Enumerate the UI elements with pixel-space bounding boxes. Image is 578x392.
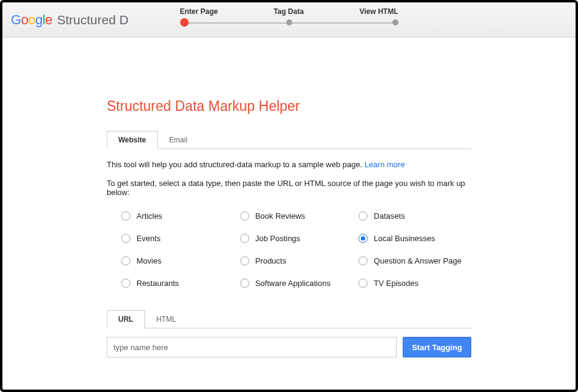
data-type-option[interactable]: Question & Answer Page	[358, 256, 471, 265]
start-tagging-button[interactable]: Start Tagging	[403, 337, 471, 357]
step-track	[180, 18, 398, 28]
data-type-option[interactable]: Software Applications	[240, 279, 353, 288]
data-type-option[interactable]: Restaurants	[121, 279, 234, 288]
logo-letter: g	[35, 12, 42, 27]
radio-icon[interactable]	[121, 211, 130, 221]
data-type-option[interactable]: Events	[121, 234, 234, 243]
google-logo: Google	[11, 12, 52, 28]
radio-icon[interactable]	[240, 256, 249, 265]
option-label: Events	[136, 234, 161, 243]
option-label: Datasets	[374, 211, 405, 221]
data-type-option[interactable]: Local Businesses	[358, 234, 471, 243]
option-label: Question & Answer Page	[374, 256, 462, 265]
intro-text-2: To get started, select a data type, then…	[107, 179, 471, 197]
page-title: Structured Data Markup Helper	[107, 98, 471, 115]
option-label: Movies	[136, 256, 161, 265]
primary-tabs: Website Email	[107, 130, 471, 149]
data-type-option[interactable]: Movies	[121, 256, 234, 265]
intro-text-1: This tool will help you add structured-d…	[107, 160, 471, 169]
radio-icon[interactable]	[240, 234, 249, 243]
step-label-tag-data: Tag Data	[274, 7, 304, 16]
logo-letter: e	[45, 12, 52, 27]
option-label: Restaurants	[136, 279, 179, 288]
step-label-enter-page: Enter Page	[180, 7, 218, 16]
data-type-option[interactable]: Products	[240, 256, 353, 265]
logo-letter: o	[21, 12, 29, 27]
radio-icon[interactable]	[358, 211, 368, 221]
secondary-tabs: URL HTML	[107, 310, 471, 328]
top-bar: Google Structured D Enter Page Tag Data …	[2, 2, 576, 38]
radio-icon[interactable]	[121, 256, 130, 265]
option-label: Articles	[136, 211, 163, 221]
logo-letter: o	[28, 12, 35, 27]
data-type-option[interactable]: Job Postings	[240, 234, 353, 243]
logo-letter: G	[11, 12, 21, 27]
radio-icon[interactable]	[358, 256, 368, 265]
radio-icon[interactable]	[121, 234, 130, 243]
main-content: Structured Data Markup Helper Website Em…	[2, 38, 576, 357]
product-name: Structured D	[57, 13, 129, 27]
url-input[interactable]	[107, 337, 397, 357]
option-label: Products	[255, 256, 286, 265]
input-row: Start Tagging	[107, 337, 471, 357]
option-label: Software Applications	[255, 279, 331, 288]
radio-icon[interactable]	[358, 234, 368, 243]
radio-icon[interactable]	[240, 211, 249, 221]
data-type-options: ArticlesBook ReviewsDatasetsEventsJob Po…	[107, 211, 471, 288]
tab-website[interactable]: Website	[107, 131, 158, 149]
step-dot-active-icon	[180, 18, 189, 27]
intro-text-1-content: This tool will help you add structured-d…	[107, 160, 365, 169]
data-type-option[interactable]: Book Reviews	[240, 211, 353, 221]
step-dot-icon	[286, 19, 292, 25]
data-type-option[interactable]: TV Episodes	[358, 279, 471, 288]
step-label-view-html: View HTML	[360, 7, 398, 16]
option-label: Local Businesses	[374, 234, 435, 243]
radio-icon[interactable]	[240, 279, 249, 288]
learn-more-link[interactable]: Learn more	[365, 160, 405, 169]
option-label: Book Reviews	[255, 211, 305, 221]
radio-icon[interactable]	[358, 279, 368, 288]
step-dot-icon	[392, 19, 398, 25]
option-label: TV Episodes	[374, 279, 418, 288]
option-label: Job Postings	[255, 234, 300, 243]
data-type-option[interactable]: Articles	[121, 211, 234, 221]
radio-icon[interactable]	[121, 279, 130, 288]
tab-url[interactable]: URL	[107, 310, 145, 328]
data-type-option[interactable]: Datasets	[358, 211, 471, 221]
tab-email[interactable]: Email	[158, 131, 199, 149]
progress-stepper: Enter Page Tag Data View HTML	[180, 7, 398, 28]
tab-html[interactable]: HTML	[145, 310, 188, 328]
logo-wrap: Google Structured D	[11, 12, 129, 28]
